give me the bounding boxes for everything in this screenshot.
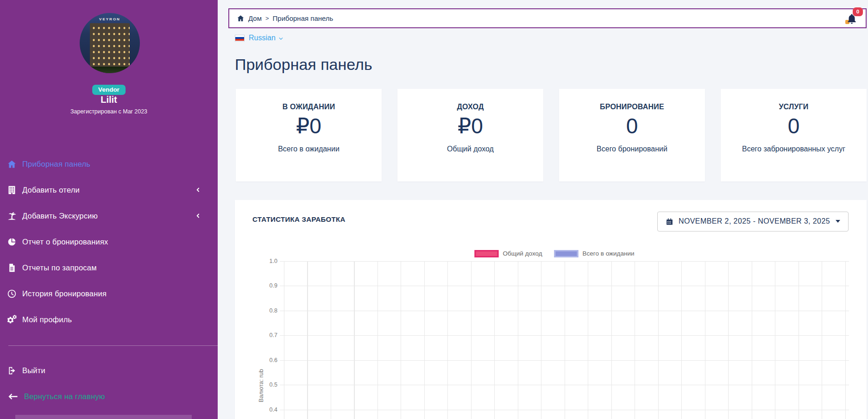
- hotel-icon: [7, 185, 17, 195]
- sidebar-menu: Приборная панельДобавить отелиДобавить Э…: [0, 151, 218, 332]
- stat-card-value: 0: [730, 114, 857, 138]
- stats-row: В ОЖИДАНИИ₽0Всего в ожиданииДОХОД₽0Общий…: [236, 89, 867, 181]
- stat-card-income: ДОХОД₽0Общий доход: [397, 89, 543, 181]
- language-selector[interactable]: Russian: [235, 33, 304, 43]
- notification-badge: 0: [853, 7, 863, 16]
- breadcrumb-current: Приборная панель: [273, 14, 333, 22]
- sidebar-item-label: Добавить Экскурсию: [22, 212, 98, 220]
- legend-label: Общий доход: [503, 250, 542, 257]
- sidebar: VEYRON Vendor Lilit Зарегистрирован с Ma…: [0, 0, 218, 419]
- stat-card-value: 0: [568, 114, 696, 138]
- vendor-dashboard: VEYRON Vendor Lilit Зарегистрирован с Ma…: [0, 0, 868, 419]
- y-axis-tick: 0.9: [249, 282, 277, 289]
- arrow-left-icon: [7, 392, 19, 401]
- vendor-badge: Vendor: [92, 85, 126, 95]
- logout-icon: [7, 366, 17, 375]
- calendar-icon: [666, 218, 673, 225]
- caret-down-icon: [836, 220, 840, 223]
- stat-card-subtext: Всего бронирований: [568, 144, 696, 154]
- vendor-name: Lilit: [0, 94, 218, 105]
- legend-label: Всего в ожидании: [583, 250, 635, 257]
- earnings-title: СТАТИСТИКА ЗАРАБОТКА: [252, 215, 346, 223]
- gears-icon: [7, 315, 17, 325]
- stat-card-label: В ОЖИДАНИИ: [245, 103, 372, 111]
- stat-card-value: ₽0: [407, 114, 534, 138]
- history-icon: [7, 289, 17, 299]
- sidebar-item-my-profile[interactable]: Мой профиль: [0, 306, 218, 332]
- main-content: Дом > Приборная панель 0 Russian Приборн…: [218, 0, 868, 419]
- legend-item: Всего в ожидании: [554, 250, 635, 257]
- hotel-photo: [90, 23, 130, 68]
- sidebar-item-label: Мой профиль: [22, 315, 72, 324]
- sidebar-bottom-strip: [15, 415, 192, 419]
- chevron-left-icon[interactable]: [195, 213, 201, 219]
- tour-icon: [7, 211, 17, 221]
- y-axis-tick: 0.5: [249, 381, 277, 388]
- stat-card-label: УСЛУГИ: [730, 103, 857, 111]
- sidebar-item-label: Отчеты по запросам: [22, 263, 97, 272]
- gridline: [280, 410, 849, 410]
- sidebar-item-label: Приборная панель: [22, 160, 90, 169]
- legend-swatch: [554, 250, 579, 257]
- y-axis-tick: 0.4: [249, 406, 277, 413]
- breadcrumb-separator: >: [265, 15, 269, 22]
- sidebar-item-label: История бронирования: [22, 289, 107, 298]
- home-icon[interactable]: [237, 14, 245, 22]
- y-axis-tick: 0.6: [249, 357, 277, 363]
- hotel-photo-sign: VEYRON: [80, 17, 140, 21]
- stat-card-label: ДОХОД: [407, 103, 534, 111]
- gridline: [280, 261, 849, 262]
- sidebar-item-request-reports[interactable]: Отчеты по запросам: [0, 255, 218, 281]
- y-axis-tick: 0.7: [249, 332, 277, 338]
- date-range-label: NOVEMBER 2, 2025 - NOVEMBER 3, 2025: [679, 217, 830, 225]
- chevron-left-icon[interactable]: [195, 187, 201, 193]
- sidebar-item-add-hotels[interactable]: Добавить отели: [0, 177, 218, 203]
- gridline: [280, 385, 849, 385]
- notifications-button[interactable]: 0: [846, 12, 858, 25]
- sidebar-divider: [8, 345, 218, 346]
- chart-legend: Общий доходВсего в ожидании: [474, 250, 634, 257]
- sidebar-item-add-tour[interactable]: Добавить Экскурсию: [0, 203, 218, 229]
- earnings-panel: СТАТИСТИКА ЗАРАБОТКА NOVEMBER 2, 2025 - …: [235, 200, 867, 419]
- flag-russia-icon: [235, 35, 245, 42]
- vertical-gridlines: [284, 261, 849, 419]
- gridline: [280, 286, 849, 286]
- stat-card-subtext: Всего в ожидании: [245, 144, 372, 154]
- stat-card-pending: В ОЖИДАНИИ₽0Всего в ожидании: [236, 89, 382, 181]
- report-icon: [7, 263, 17, 273]
- breadcrumb-home[interactable]: Дом: [248, 14, 262, 22]
- stat-card-subtext: Общий доход: [407, 144, 534, 154]
- sidebar-item-label: Добавить отели: [22, 186, 80, 194]
- sidebar-item-logout[interactable]: Выйти: [0, 357, 218, 383]
- sidebar-item-back-to-main[interactable]: Вернуться на главную: [0, 383, 218, 409]
- gridline: [280, 311, 849, 311]
- stat-card-subtext: Всего забронированных услуг: [730, 144, 857, 154]
- y-axis-tick: 0.8: [249, 307, 277, 314]
- pie-chart-icon: [7, 237, 17, 247]
- hotel-photo-base: [80, 67, 140, 73]
- stat-card-bookings: БРОНИРОВАНИЕ0Всего бронирований: [559, 89, 705, 181]
- vendor-registered: Зарегистрирован с Mar 2023: [0, 108, 218, 115]
- sidebar-item-booking-report[interactable]: Отчет о бронированиях: [0, 229, 218, 255]
- legend-item: Общий доход: [474, 250, 542, 257]
- stat-card-label: БРОНИРОВАНИЕ: [568, 103, 696, 111]
- chevron-down-icon: [278, 36, 284, 42]
- page-title: Приборная панель: [235, 55, 868, 75]
- sidebar-item-dashboard[interactable]: Приборная панель: [0, 151, 218, 177]
- gridline: [280, 360, 849, 361]
- home-icon: [7, 159, 17, 169]
- sidebar-item-label: Отчет о бронированиях: [22, 238, 108, 246]
- y-axis-tick: 1.0: [249, 258, 277, 264]
- legend-swatch: [474, 250, 498, 257]
- chart-plot-area: [284, 261, 849, 419]
- date-range-picker[interactable]: NOVEMBER 2, 2025 - NOVEMBER 3, 2025: [657, 212, 849, 231]
- breadcrumb: Дом > Приборная панель 0: [228, 8, 867, 28]
- sidebar-item-booking-history[interactable]: История бронирования: [0, 281, 218, 306]
- stat-card-services: УСЛУГИ0Всего забронированных услуг: [721, 89, 867, 181]
- avatar[interactable]: VEYRON: [80, 13, 140, 73]
- gridline: [280, 335, 849, 336]
- stat-card-value: ₽0: [245, 114, 372, 138]
- sidebar-item-label: Выйти: [22, 366, 45, 375]
- language-label: Russian: [249, 34, 276, 42]
- sidebar-item-label: Вернуться на главную: [24, 392, 105, 401]
